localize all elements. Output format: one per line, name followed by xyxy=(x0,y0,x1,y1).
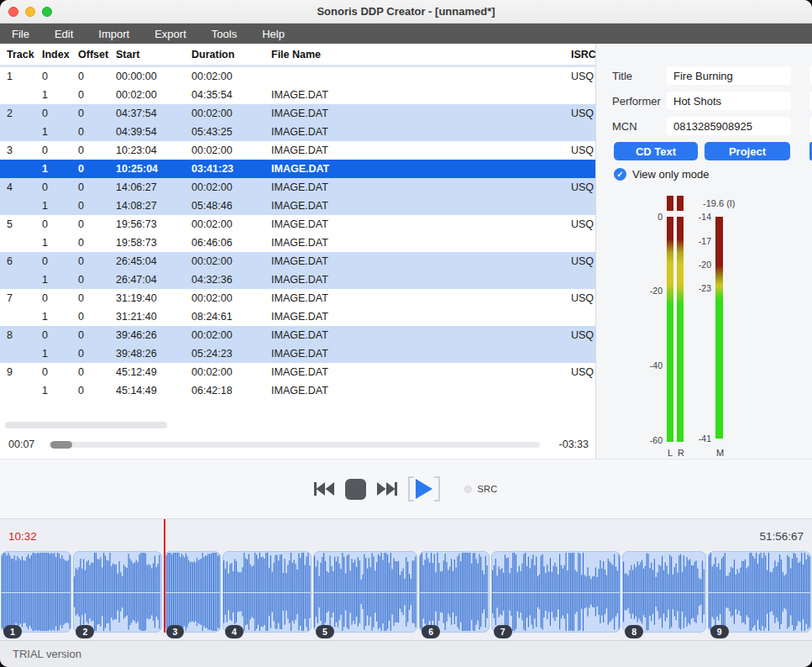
track-block-3[interactable]: 3 xyxy=(164,551,221,633)
menu-file[interactable]: File xyxy=(10,26,31,42)
src-indicator xyxy=(464,486,472,493)
table-row[interactable]: 80039:46:2600:02:00IMAGE.DATUSQ xyxy=(0,326,595,344)
horizontal-scrollbar[interactable] xyxy=(0,422,595,428)
menu-edit[interactable]: Edit xyxy=(53,26,75,42)
project-button[interactable]: Project xyxy=(705,142,790,160)
waveform-timeline[interactable]: 10:32 51:56:67 123456789 xyxy=(0,518,812,640)
zero-line xyxy=(420,592,488,593)
view-only-checkbox[interactable]: ✓ xyxy=(614,168,626,181)
table-row[interactable]: 1019:58:7306:46:06IMAGE.DAT xyxy=(0,234,595,252)
menu-tools[interactable]: Tools xyxy=(210,26,238,42)
cell-duration: 04:35:54 xyxy=(191,89,271,101)
cd-text-button[interactable]: CD Text xyxy=(614,142,698,160)
table-row[interactable]: 50019:56:7300:02:00IMAGE.DATUSQ xyxy=(0,215,595,234)
track-block-4[interactable]: 4 xyxy=(223,551,312,633)
traffic-lights xyxy=(8,7,52,17)
track-block-7[interactable]: 7 xyxy=(491,551,621,633)
cell-start: 39:46:26 xyxy=(116,329,191,341)
table-row[interactable]: 1010:25:0403:41:23IMAGE.DAT xyxy=(0,160,595,178)
stop-icon xyxy=(345,479,366,500)
track-block-8[interactable]: 8 xyxy=(622,551,706,633)
minimize-button[interactable] xyxy=(25,7,35,17)
table-row[interactable]: 1045:14:4906:42:18IMAGE.DAT xyxy=(0,381,595,400)
cell-start: 19:58:73 xyxy=(116,237,191,249)
seek-thumb[interactable] xyxy=(50,441,72,449)
cell-duration: 06:46:06 xyxy=(191,237,271,249)
cell-start: 10:25:04 xyxy=(116,163,191,175)
performer-input[interactable] xyxy=(667,92,791,110)
table-row[interactable]: 60026:45:0400:02:00IMAGE.DATUSQ xyxy=(0,252,595,270)
cell-index: 0 xyxy=(42,366,78,378)
column-header-duration[interactable]: Duration xyxy=(191,49,271,60)
title-input[interactable] xyxy=(667,66,791,85)
loop-bracket-left-icon xyxy=(408,476,414,502)
titlebar: Sonoris DDP Creator - [unnamed*] xyxy=(0,0,812,24)
seek-slider[interactable] xyxy=(49,442,540,448)
cell-offset: 0 xyxy=(78,200,116,212)
table-row[interactable]: 10000:00:0000:02:00USQ xyxy=(0,67,595,86)
table-header: TrackIndexOffsetStartDurationFile NameIS… xyxy=(0,44,595,65)
meter-scale-label: -20 xyxy=(637,286,663,296)
table-row[interactable]: 40014:06:2700:02:00IMAGE.DATUSQ xyxy=(0,178,595,197)
mcn-input[interactable] xyxy=(667,117,791,135)
column-header-start[interactable]: Start xyxy=(116,49,191,60)
cell-duration: 06:42:18 xyxy=(191,385,271,397)
track-block-5[interactable]: 5 xyxy=(313,551,417,633)
close-button[interactable] xyxy=(8,7,18,17)
zero-line xyxy=(314,592,416,593)
meter-scale-label: -17 xyxy=(686,236,711,246)
play-button[interactable] xyxy=(410,475,438,502)
playhead[interactable] xyxy=(164,519,165,633)
cell-offset: 0 xyxy=(78,181,116,193)
next-track-button[interactable] xyxy=(377,482,397,496)
cell-isrc: USQ xyxy=(571,292,595,304)
menu-help[interactable]: Help xyxy=(260,26,286,42)
cell-start: 00:02:00 xyxy=(116,89,191,101)
menu-import[interactable]: Import xyxy=(97,26,131,42)
cell-duration: 05:24:23 xyxy=(191,348,271,360)
table-row[interactable]: 1039:48:2605:24:23IMAGE.DAT xyxy=(0,344,595,363)
cell-start: 10:23:04 xyxy=(116,144,191,156)
track-block-9[interactable]: 9 xyxy=(708,551,811,633)
table-row[interactable]: 1026:47:0404:32:36IMAGE.DAT xyxy=(0,270,595,289)
cell-offset: 0 xyxy=(78,89,116,101)
column-header-index[interactable]: Index xyxy=(42,49,78,60)
clip-lamp-left xyxy=(667,196,673,211)
track-block-1[interactable]: 1 xyxy=(1,551,71,633)
src-indicator-group: SRC xyxy=(464,484,497,494)
cell-file: IMAGE.DAT xyxy=(271,311,571,323)
table-row[interactable]: 1004:39:5405:43:25IMAGE.DAT xyxy=(0,123,595,141)
table-row[interactable]: 1014:08:2705:48:46IMAGE.DAT xyxy=(0,197,595,215)
track-block-2[interactable]: 2 xyxy=(73,551,161,633)
table-row[interactable]: 1000:02:0004:35:54IMAGE.DAT xyxy=(0,86,595,104)
cell-index: 1 xyxy=(42,126,78,138)
column-header-isrc[interactable]: ISRC xyxy=(571,49,595,60)
scrollbar-thumb[interactable] xyxy=(5,422,167,428)
table-row[interactable]: 70031:19:4000:02:00IMAGE.DATUSQ xyxy=(0,289,595,307)
table-row[interactable]: 30010:23:0400:02:00IMAGE.DATUSQ xyxy=(0,141,595,160)
track-block-6[interactable]: 6 xyxy=(419,551,489,633)
cell-start: 45:12:49 xyxy=(116,366,191,378)
meter-scale-label: 0 xyxy=(637,212,663,222)
zoom-button[interactable] xyxy=(42,7,52,17)
column-header-track[interactable]: Track xyxy=(7,49,42,60)
cell-isrc: USQ xyxy=(571,255,595,267)
column-header-file-name[interactable]: File Name xyxy=(271,49,571,60)
stop-button[interactable] xyxy=(345,479,366,500)
track-blocks: 123456789 xyxy=(1,551,811,633)
menu-export[interactable]: Export xyxy=(153,26,188,42)
table-row[interactable]: 1031:21:4008:24:61IMAGE.DAT xyxy=(0,307,595,326)
cell-duration: 00:02:00 xyxy=(191,144,271,156)
table-row[interactable]: 90045:12:4900:02:00IMAGE.DATUSQ xyxy=(0,363,595,381)
cell-offset: 0 xyxy=(78,366,116,378)
cell-index: 1 xyxy=(42,200,78,212)
cell-index: 1 xyxy=(42,274,78,286)
column-header-offset[interactable]: Offset xyxy=(78,49,116,60)
waveform xyxy=(708,551,811,633)
cell-index: 1 xyxy=(42,385,78,397)
cell-index: 0 xyxy=(42,255,78,267)
table-row[interactable]: 20004:37:5400:02:00IMAGE.DATUSQ xyxy=(0,104,595,123)
previous-track-button[interactable] xyxy=(314,482,334,496)
cell-isrc: USQ xyxy=(571,144,595,156)
cell-isrc: USQ xyxy=(571,108,595,119)
